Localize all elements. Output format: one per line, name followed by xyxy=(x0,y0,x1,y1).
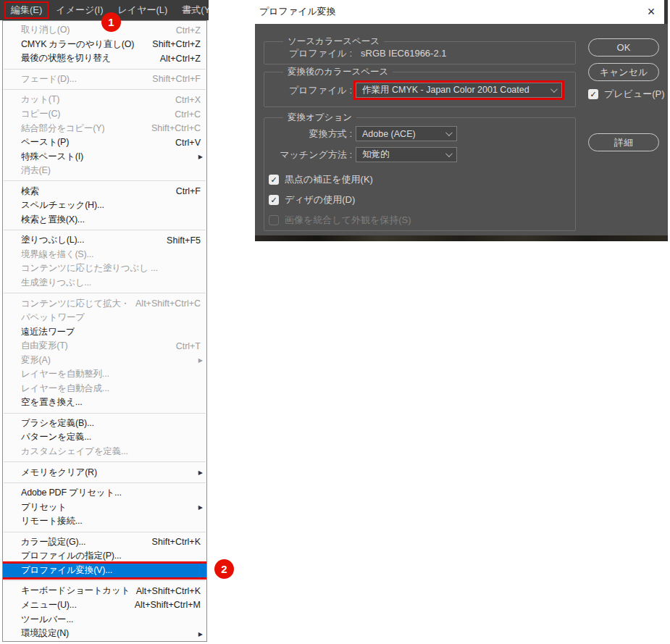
menu-item-shortcut: Ctrl+X xyxy=(168,95,201,105)
dither-checkbox-row[interactable]: ✓ ディザの使用(D) xyxy=(269,193,355,206)
menubar-item[interactable]: 書式(Y) xyxy=(175,1,209,19)
menu-item[interactable]: プリセット▶ xyxy=(3,500,206,514)
menu-separator xyxy=(4,461,206,462)
menu-item[interactable]: 遠近法ワープ xyxy=(3,325,206,339)
dialog-titlebar: プロファイル変換 × xyxy=(255,0,664,24)
menu-item-label: コピー(C) xyxy=(21,108,60,120)
menubar-item[interactable]: レイヤー(L) xyxy=(111,1,175,19)
menu-item[interactable]: CMYK カラーのやり直し(O)Shift+Ctrl+Z xyxy=(3,38,206,52)
menu-item: レイヤーを自動整列... xyxy=(3,367,206,382)
menu-item[interactable]: プロファイルの指定(P)... xyxy=(3,549,206,564)
menu-item[interactable]: 検索Ctrl+F xyxy=(3,184,206,198)
menu-item-profile-conversion[interactable]: プロファイル変換(V)... xyxy=(3,564,206,578)
dialog-body: ソースカラースペース プロファイル : sRGB IEC61966-2.1 変換… xyxy=(255,24,668,235)
source-profile-label: プロファイル : xyxy=(264,47,352,60)
menu-item[interactable]: 特殊ペースト(I)▶ xyxy=(3,149,206,164)
menu-item-shortcut: Shift+Ctrl+C xyxy=(144,123,201,133)
menu-item[interactable]: 塗りつぶし(L)...Shift+F5 xyxy=(3,233,206,248)
menu-item-shortcut: Ctrl+C xyxy=(167,109,201,120)
menu-item[interactable]: スペルチェック(H)... xyxy=(3,198,206,213)
menu-item-label: メニュー(U)... xyxy=(21,599,77,611)
step-1-badge: 1 xyxy=(101,12,121,32)
menu-item-shortcut: Ctrl+F xyxy=(169,186,201,196)
checkbox-checked-icon[interactable]: ✓ xyxy=(588,89,598,99)
menu-item-label: 消去(E) xyxy=(21,164,51,177)
preview-label: プレビュー(P) xyxy=(604,88,665,101)
menu-item-label: コンテンツに応じた塗りつぶし ... xyxy=(21,262,158,275)
menu-item-shortcut: Alt+Shift+Ctrl+K xyxy=(129,586,201,596)
cancel-button[interactable]: キャンセル xyxy=(588,63,659,81)
menu-item[interactable]: 最後の状態を切り替えAlt+Ctrl+Z xyxy=(3,51,206,66)
menu-item[interactable]: ツールバー... xyxy=(3,612,206,627)
menu-item-shortcut: Shift+Ctrl+Z xyxy=(145,39,201,49)
dest-profile-dropdown[interactable]: 作業用 CMYK - Japan Color 2001 Coated xyxy=(356,83,562,98)
menu-item: カスタムシェイプを定義... xyxy=(3,445,206,459)
menu-item-label: 取り消し(O) xyxy=(21,24,70,36)
close-icon[interactable]: × xyxy=(644,4,658,19)
preview-checkbox-row[interactable]: ✓ プレビュー(P) xyxy=(588,88,665,101)
menu-item[interactable]: メニュー(U)...Alt+Shift+Ctrl+M xyxy=(3,598,206,613)
menu-item: フェード(D)...Shift+Ctrl+F xyxy=(3,72,206,87)
menu-item[interactable]: リモート接続... xyxy=(3,514,206,529)
source-profile-value: sRGB IEC61966-2.1 xyxy=(361,48,447,59)
menu-separator xyxy=(4,580,206,581)
menu-item-label: 環境設定(N) xyxy=(21,627,69,640)
black-point-checkbox-row[interactable]: ✓ 黒点の補正を使用(K) xyxy=(269,173,373,186)
menu-item[interactable]: カラー設定(G)...Shift+Ctrl+K xyxy=(3,535,206,550)
menu-item-label: 遠近法ワープ xyxy=(21,326,75,338)
menu-item-shortcut: Shift+F5 xyxy=(159,235,201,246)
menu-item[interactable]: メモリをクリア(R)▶ xyxy=(3,465,206,480)
menu-item-label: レイヤーを自動整列... xyxy=(21,368,109,380)
engine-label: 変換方式 : xyxy=(264,127,352,141)
menu-item: 自由変形(T)Ctrl+T xyxy=(3,339,206,354)
menu-item[interactable]: パターンを定義... xyxy=(3,430,206,445)
dialog-title: プロファイル変換 xyxy=(259,0,336,22)
group-legend: 変換オプション xyxy=(283,112,356,124)
menu-separator xyxy=(4,482,206,483)
menu-item[interactable]: ペースト(P)Ctrl+V xyxy=(3,135,206,150)
flatten-checkbox-row: 画像を統合して外観を保持(S) xyxy=(269,214,411,227)
engine-dropdown[interactable]: Adobe (ACE) xyxy=(356,126,457,141)
menu-item: 境界線を描く(S)... xyxy=(3,248,206,262)
chevron-down-icon xyxy=(550,85,558,93)
menu-item-label: フェード(D)... xyxy=(21,73,77,85)
advanced-button[interactable]: 詳細 xyxy=(588,133,659,151)
menu-item: 結合部分をコピー(Y)Shift+Ctrl+C xyxy=(3,121,206,135)
submenu-arrow-icon: ▶ xyxy=(198,630,203,637)
submenu-arrow-icon: ▶ xyxy=(198,357,203,364)
menu-item[interactable]: ブラシを定義(B)... xyxy=(3,417,206,431)
menu-item[interactable]: Adobe PDF プリセット... xyxy=(3,486,206,501)
menu-item-label: 最後の状態を切り替え xyxy=(21,52,111,64)
ok-button[interactable]: OK xyxy=(588,38,659,57)
intent-dropdown[interactable]: 知覚的 xyxy=(356,147,457,162)
menu-item-label: キーボードショートカット... xyxy=(21,585,129,597)
menu-item[interactable]: キーボードショートカット...Alt+Shift+Ctrl+K xyxy=(3,584,206,598)
menu-item[interactable]: 環境設定(N)▶ xyxy=(3,627,206,641)
menu-item-shortcut: Ctrl+Z xyxy=(169,25,201,35)
menu-item-shortcut: Alt+Ctrl+Z xyxy=(153,54,201,64)
menu-item: コンテンツに応じた塗りつぶし ... xyxy=(3,262,206,276)
menu-item[interactable]: 空を置き換え... xyxy=(3,396,206,410)
menu-item-label: 変形(A) xyxy=(21,354,51,367)
menu-item-label: 境界線を描く(S)... xyxy=(21,248,93,261)
menu-separator xyxy=(4,230,206,230)
menu-item-shortcut: Alt+Shift+Ctrl+C xyxy=(128,298,201,309)
dither-label: ディザの使用(D) xyxy=(285,193,355,206)
menu-item[interactable]: 検索と置換(X)... xyxy=(3,213,206,227)
menu-separator xyxy=(4,413,206,414)
menubar-item[interactable]: イメージ(I) xyxy=(49,1,110,19)
submenu-arrow-icon: ▶ xyxy=(198,154,203,160)
menu-item-label: レイヤーを自動合成... xyxy=(21,382,109,395)
menu-item-label: ペースト(P) xyxy=(21,136,69,149)
menubar-item[interactable]: 編集(E) xyxy=(4,1,49,19)
black-point-label: 黒点の補正を使用(K) xyxy=(285,173,373,186)
menu-separator xyxy=(4,180,206,181)
intent-label: マッチング方法 : xyxy=(264,149,352,162)
menu-item-label: リモート接続... xyxy=(21,515,83,527)
checkbox-checked-icon[interactable]: ✓ xyxy=(269,195,279,205)
menu-item-shortcut: Alt+Shift+Ctrl+M xyxy=(127,600,201,610)
menu-item-label: CMYK カラーのやり直し(O) xyxy=(21,38,134,51)
checkbox-checked-icon[interactable]: ✓ xyxy=(269,175,279,185)
convert-profile-dialog: プロファイル変換 × ソースカラースペース プロファイル : sRGB IEC6… xyxy=(255,0,668,241)
submenu-arrow-icon: ▶ xyxy=(198,504,203,511)
